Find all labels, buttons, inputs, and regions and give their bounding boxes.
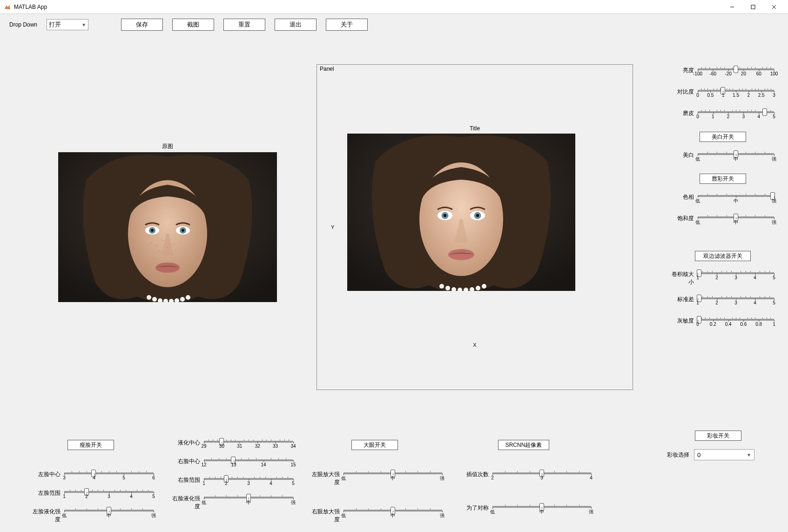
svg-point-21 <box>151 242 152 243</box>
symmetry-slider[interactable]: 为了对称低中强 <box>456 503 591 516</box>
slider-tick: 1 <box>202 481 205 486</box>
matlab-icon <box>4 3 11 11</box>
slider-tick: 3 <box>734 300 737 305</box>
slider-tick: 4 <box>754 275 756 280</box>
right-range-slider[interactable]: 右脸范围12345 <box>168 475 293 488</box>
left-center-slider[interactable]: 左脸中心3456 <box>28 470 154 483</box>
slider-track[interactable] <box>204 441 293 443</box>
slider-tick: 4 <box>130 494 133 499</box>
slider-tick: 0 <box>696 114 699 119</box>
slider-tick: 2 <box>715 300 718 305</box>
svg-point-38 <box>439 284 444 289</box>
exit-button[interactable]: 退出 <box>275 19 317 31</box>
svg-point-36 <box>476 214 479 217</box>
bigeye-switch-button[interactable]: 大眼开关 <box>351 440 398 450</box>
slider-track[interactable] <box>204 459 293 461</box>
slider-label: 为了对称 <box>456 503 489 512</box>
right-liq-slider[interactable]: 右脸液化强度低中强 <box>168 494 293 511</box>
slider-tick: 3 <box>108 494 110 499</box>
panel-label: Panel <box>317 65 633 73</box>
svg-point-25 <box>180 241 181 242</box>
slider-tick: 强 <box>291 499 296 506</box>
open-dropdown[interactable]: 打开 ▼ <box>47 19 88 30</box>
srcnn-button[interactable]: SRCNN超像素 <box>498 440 549 450</box>
slider-tick: 3 <box>742 114 745 119</box>
left-range-slider[interactable]: 左脸范围12345 <box>28 488 154 501</box>
slider-label: 右眼放大强度 <box>307 507 340 524</box>
left-liq-slider[interactable]: 左脸液化强度低中强 <box>28 507 154 524</box>
about-button[interactable]: 关于 <box>326 19 368 31</box>
slider-tick: 3 <box>773 93 775 98</box>
slimface-switch-button[interactable]: 瘦脸开关 <box>67 440 114 450</box>
slider-track[interactable] <box>698 111 774 113</box>
slider-tick: 中 <box>734 156 738 162</box>
lipcolor-switch-button[interactable]: 唇彩开关 <box>700 174 746 184</box>
svg-point-45 <box>482 284 486 289</box>
slider-label: 标准差 <box>672 295 694 303</box>
slider-tick: 中 <box>539 509 544 515</box>
brightness-slider[interactable]: 亮度-100-60-202060100 <box>672 66 774 79</box>
slider-tick: 0.5 <box>707 93 714 98</box>
slider-tick: 14 <box>261 462 266 467</box>
reset-button[interactable]: 重置 <box>223 19 265 31</box>
whiten-switch-button[interactable]: 美白开关 <box>700 132 746 142</box>
right-center-slider[interactable]: 右脸中心12131415 <box>168 457 293 470</box>
hue-slider[interactable]: 色相低中强 <box>672 192 774 205</box>
left-eye-slider[interactable]: 左眼放大强度低中强 <box>307 470 442 486</box>
svg-point-8 <box>151 229 154 232</box>
save-button[interactable]: 保存 <box>121 19 163 31</box>
slider-tick: 强 <box>772 219 776 226</box>
slider-tick: 中 <box>246 499 251 506</box>
slider-track[interactable] <box>698 68 774 70</box>
slider-tick: 5 <box>773 275 775 280</box>
contrast-slider[interactable]: 对比度00.511.522.53 <box>672 87 774 100</box>
slider-tick: 4 <box>590 475 593 480</box>
slider-label: 右脸液化强度 <box>168 494 200 511</box>
slider-tick: 15 <box>290 462 296 467</box>
svg-point-27 <box>159 250 160 251</box>
kernel-slider[interactable]: 卷积核大小12345 <box>672 269 774 286</box>
slider-tick: 1 <box>722 93 725 98</box>
toolbar: Drop Down 打开 ▼ 保存 截图 重置 退出 关于 <box>0 14 788 35</box>
slider-label: 左脸范围 <box>28 488 61 497</box>
right-eye-slider[interactable]: 右眼放大强度低中强 <box>307 507 442 524</box>
graysens-slider[interactable]: 灰敏度00.20.40.60.81 <box>672 316 774 329</box>
result-panel: Panel Title Y <box>317 64 633 390</box>
slider-label: 亮度 <box>672 66 694 74</box>
maximize-button[interactable] <box>742 0 763 14</box>
svg-point-11 <box>182 229 184 232</box>
smooth-slider[interactable]: 磨皮012345 <box>672 108 774 121</box>
slider-label: 右脸范围 <box>168 475 200 484</box>
slider-track[interactable] <box>698 319 774 321</box>
slider-tick: 低 <box>202 499 206 506</box>
saturation-slider[interactable]: 饱和度低中强 <box>672 214 774 227</box>
slider-tick: 31 <box>237 444 242 449</box>
slider-tick: 低 <box>341 475 346 482</box>
liq-center-slider[interactable]: 液化中心293031323334 <box>168 438 293 451</box>
interp-slider[interactable]: 插值次数234 <box>456 470 591 483</box>
slider-tick: 2.5 <box>758 93 765 98</box>
slider-track[interactable] <box>64 472 154 474</box>
stddev-slider[interactable]: 标准差12345 <box>672 295 774 308</box>
window-title: MATLAB App <box>14 4 47 10</box>
slider-tick: 20 <box>741 71 746 76</box>
slider-tick: 0.2 <box>710 322 716 327</box>
svg-point-44 <box>476 286 480 290</box>
panel-x-label: X <box>473 342 476 348</box>
svg-point-37 <box>448 249 474 260</box>
right-controls: 亮度-100-60-202060100 对比度00.511.522.53 磨皮0… <box>672 66 774 333</box>
whiten-slider[interactable]: 美白低中强 <box>672 150 774 163</box>
slider-tick: 5 <box>773 300 775 305</box>
slider-tick: 3 <box>63 475 66 480</box>
close-button[interactable] <box>763 0 784 14</box>
slider-label: 对比度 <box>672 87 694 96</box>
slider-tick: 100 <box>770 71 778 76</box>
screenshot-button[interactable]: 截图 <box>172 19 214 31</box>
slider-tick: 2 <box>715 275 718 280</box>
slider-tick: 3 <box>734 275 737 280</box>
minimize-button[interactable] <box>721 0 742 14</box>
slider-label: 插值次数 <box>456 470 489 478</box>
slider-tick: 1.5 <box>733 93 739 98</box>
bilateral-switch-button[interactable]: 双边滤波器开关 <box>695 251 751 261</box>
slider-tick: 4 <box>757 114 760 119</box>
